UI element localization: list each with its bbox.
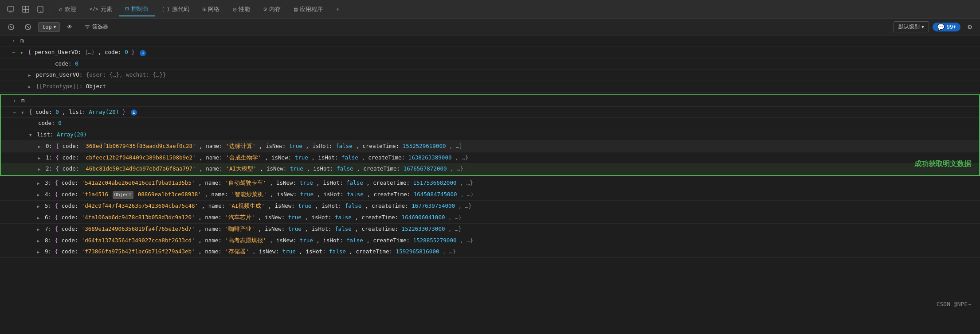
line-content: 2: { code: '46bc81de50c34d9cb97ebd7a6f8a… (20, 165, 976, 173)
k-name-4: , name: (204, 191, 231, 198)
collapse-arrow-proto[interactable] (28, 83, 31, 89)
collapse-arrow-1[interactable] (38, 154, 40, 161)
message-count-value: 99+ (947, 24, 956, 30)
svg-line-9 (10, 26, 12, 28)
log-level-selector[interactable]: 默认级别 ▼ (894, 21, 929, 32)
array-item-8: 8: { code: 'd64fa13743564f349027cca8bf26… (0, 235, 980, 247)
eye-icon: 👁 (67, 24, 72, 30)
brace-open: { (29, 109, 32, 115)
idx-8: 8: (45, 237, 55, 244)
nav-performance[interactable]: ◎ 性能 (227, 3, 256, 16)
expand-arrow[interactable] (20, 49, 23, 55)
k-isnew-6: , isNew: (258, 214, 288, 221)
message-count-badge[interactable]: 💬 99+ (933, 23, 961, 31)
nav-application-label: 应用程序 (300, 5, 323, 13)
line-content: 8: { code: 'd64fa13743564f349027cca8bf26… (20, 237, 976, 245)
collapse-arrow-7[interactable] (37, 225, 39, 232)
v-name-1: '合成生物学' (226, 154, 261, 161)
collapse-arrow-5[interactable] (37, 202, 39, 209)
collapse-arrow-4[interactable] (37, 191, 39, 198)
idx-6: 6: (45, 214, 55, 221)
array-item-0: 0: { code: '368edf1b0679435f83aadd9c3aef… (1, 141, 979, 152)
console-icon: ⊡ (125, 5, 129, 12)
v-ct-2: 1676567872000 (404, 165, 447, 172)
console-toolbar: top ▼ 👁 筛选器 默认级别 ▼ 💬 99+ ⚙ (0, 19, 980, 35)
prop-val-list: Array(20) (57, 131, 87, 138)
home-icon: ⌂ (59, 6, 63, 12)
line-spacer (12, 214, 20, 214)
clear-console-button[interactable] (4, 22, 18, 32)
k-ishot-2: , isHot: (306, 165, 337, 172)
block-button[interactable] (21, 22, 35, 32)
k-isnew-4: , isNew: (270, 191, 300, 198)
object-tooltip: Object (113, 191, 134, 199)
collapse-arrow-2[interactable] (38, 165, 40, 172)
nav-plus[interactable]: + (330, 3, 346, 15)
collapse-arrow-9[interactable] (37, 248, 39, 255)
prop-key-proto: [[Prototype]]: (36, 83, 86, 89)
v-name-5: 'AI视频生成' (228, 202, 265, 209)
prop-val-code: 0 (75, 60, 78, 67)
array-item-6: 6: { code: '4fa106ab6dc9478c813b058d3dc9… (0, 212, 980, 224)
nav-application[interactable]: ▤ 应用程序 (288, 3, 329, 16)
v-ct-3: 1517536682000 (413, 179, 457, 186)
source-icon: { } (162, 7, 170, 12)
v-ct-9: 1592965816000 (396, 248, 439, 255)
v-isnew-7: true (288, 225, 302, 232)
line-spacer (12, 190, 20, 191)
nav-inspect-icon[interactable] (19, 3, 33, 16)
k-code-5: code: (62, 202, 82, 209)
eye-button[interactable]: 👁 (63, 22, 76, 32)
b0: { (56, 143, 59, 149)
nav-network[interactable]: ≋ 网络 (196, 3, 226, 16)
console-output: › m ← { person_UserVO: {…} , code: 0 } i… (0, 35, 980, 334)
line-content: 5: { code: 'd42c9f447f434263b75423604cba… (20, 202, 976, 210)
csdn-text: CSDN @NPE~ (937, 301, 971, 307)
collapse-arrow-6[interactable] (37, 214, 39, 221)
k-name-5: , name: (202, 202, 228, 209)
nav-memory[interactable]: ⊙ 内存 (257, 3, 287, 16)
collapse-arrow-3[interactable] (37, 179, 39, 186)
nav-console[interactable]: ⊡ 控制台 (119, 2, 155, 16)
k-isnew-5: , isNew: (268, 202, 298, 209)
line-content: 6: { code: '4fa106ab6dc9478c813b058d3dc9… (20, 214, 976, 222)
expand-arrow-list[interactable] (29, 131, 31, 138)
filter-button[interactable]: 筛选器 (79, 21, 114, 32)
nav-mobile-icon[interactable] (34, 3, 47, 16)
nav-source[interactable]: { } 源代码 (156, 3, 196, 16)
collapse-arrow[interactable] (28, 71, 31, 78)
k-name-6: , name: (198, 214, 225, 221)
obj-code-val: 0 (125, 49, 128, 55)
k-code-9: code: (62, 248, 82, 255)
expand-arrow-2[interactable] (21, 109, 24, 115)
v-code-9: 'f73866fa975b42f1bc6b716f279a43eb' (82, 248, 195, 255)
nav-separator-1 (50, 5, 50, 14)
brace-close: } (122, 109, 126, 115)
key-code: code: (35, 109, 55, 115)
rest-0: , …} (449, 143, 463, 149)
v-ishot-7: false (335, 225, 352, 232)
k-ishot-6: , isHot: (305, 214, 335, 221)
frame-selector[interactable]: top ▼ (38, 22, 60, 32)
b5: { (55, 202, 59, 209)
nav-network-label: 网络 (208, 5, 220, 13)
array-item-4: 4: { code: 'f1a4516 Object 08869ea1bf3ce… (0, 189, 980, 201)
nav-welcome[interactable]: ⌂ 欢迎 (53, 3, 82, 16)
settings-button[interactable]: ⚙ (964, 21, 976, 33)
k-ct-3: , createTime: (366, 179, 413, 186)
rest-6: , …} (448, 214, 462, 221)
line-content: code: 0 (37, 60, 976, 68)
nav-elements[interactable]: </> 元素 (83, 3, 118, 16)
message-bubble-icon: 💬 (937, 23, 945, 31)
k-name-7: , name: (198, 225, 225, 232)
line-content: code: 0 (20, 119, 976, 128)
annotation-text: 成功获取明文数据 (914, 159, 971, 168)
nav-device-icon[interactable] (4, 3, 18, 16)
line-spacer (12, 71, 20, 72)
val-array: Array(20) (89, 109, 119, 115)
v-isnew-2: true (290, 165, 303, 172)
svg-point-7 (40, 11, 41, 12)
collapse-arrow-0[interactable] (38, 143, 40, 149)
collapse-arrow-8[interactable] (37, 237, 39, 244)
k-name-0: , name: (199, 143, 226, 149)
